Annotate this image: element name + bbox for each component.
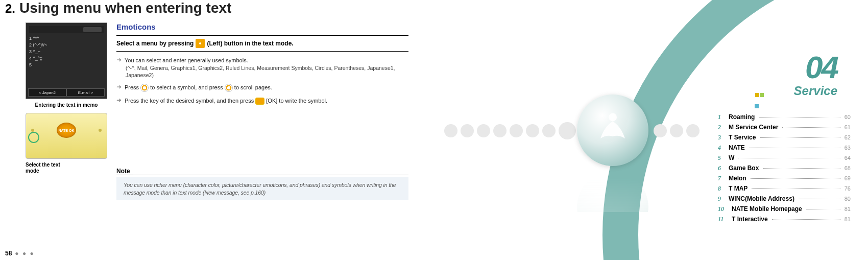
- chapter-medallion: [577, 94, 648, 166]
- bullet-item: ➜ You can select and enter generally use…: [116, 57, 408, 64]
- instruction-bar: Select a menu by pressing (Left) button …: [116, 35, 408, 52]
- toc-item[interactable]: 9 WINC(Mobile Address) 80: [718, 195, 851, 205]
- page-number: 58 ● ● ●: [5, 250, 35, 257]
- heading-number: 2.: [5, 2, 15, 16]
- accent-squares-icon: [755, 90, 764, 108]
- toc-item[interactable]: 7 Melon 69: [718, 175, 851, 185]
- page-dots-icon: ● ● ●: [15, 250, 34, 257]
- softkey-left: < Japan2: [28, 88, 66, 97]
- toc-item[interactable]: 4 NATE 63: [718, 144, 851, 154]
- right-page: 04 Service 1 Roaming 60 2 M Service Cent…: [434, 0, 868, 260]
- toc-item[interactable]: 5 W 64: [718, 154, 851, 164]
- nate-ok-button-icon: NATE OK: [57, 123, 76, 138]
- toc-item[interactable]: 1 Roaming 60: [718, 113, 851, 124]
- ok-key-icon: [255, 98, 264, 105]
- phone-screenshot: 1 ^*^ 2 (^-^)//~ 3 ^_~ 4 ^_^;; 5 < Japan…: [26, 22, 107, 99]
- note-block: Note You can use richer menu (character …: [116, 166, 408, 200]
- svg-point-0: [609, 113, 617, 121]
- dpad-icon: [140, 84, 149, 92]
- phone-emoticon-list: 1 ^*^ 2 (^-^)//~ 3 ^_~ 4 ^_^;; 5: [29, 35, 104, 68]
- keypad-caption: Select the text mode: [26, 162, 107, 174]
- bullet-arrow-icon: ➜: [116, 57, 122, 64]
- bullet-text: You can select and enter generally used …: [125, 57, 248, 64]
- toc-item[interactable]: 2 M Service Center 61: [718, 124, 851, 134]
- dpad-icon: [225, 84, 233, 92]
- bullet-text: Press the key of the desired symbol, and…: [125, 97, 327, 105]
- heading-text: Using menu when entering text: [19, 0, 231, 16]
- content-column: Emoticons Select a menu by pressing (Lef…: [116, 22, 424, 200]
- decorative-circles-right: [654, 124, 700, 137]
- toc-item[interactable]: 3 T Service 62: [718, 134, 851, 144]
- toc-item[interactable]: 11 T Interactive 81: [718, 216, 851, 226]
- left-page: 2. Using menu when entering text 1 ^*^ 2…: [0, 0, 434, 260]
- bullet-text: Press to select a symbol, and press to s…: [125, 84, 272, 92]
- note-label: Note: [116, 168, 133, 175]
- bullet-item: ➜ Press the key of the desired symbol, a…: [116, 97, 408, 105]
- phone-topbar: [29, 26, 104, 33]
- keypad-illustration: NATE OK: [26, 113, 107, 159]
- toc-item[interactable]: 10 NATE Mobile Homepage 81: [718, 205, 851, 216]
- bullet-subtext: (^-^, Mail, Genera, Graphics1, Graphics2…: [126, 64, 408, 79]
- thumbnail-column: 1 ^*^ 2 (^-^)//~ 3 ^_~ 4 ^_^;; 5 < Japan…: [0, 22, 107, 200]
- chapter-number: 04: [805, 49, 837, 85]
- decorative-circles-left: [444, 124, 576, 139]
- bullet-arrow-icon: ➜: [116, 97, 122, 105]
- medallion-reflection: [577, 171, 648, 212]
- softkey-right: E-mail >: [66, 88, 105, 97]
- left-body: 1 ^*^ 2 (^-^)//~ 3 ^_~ 4 ^_^;; 5 < Japan…: [0, 22, 424, 200]
- highlight-circle-icon: [28, 132, 39, 143]
- left-key-icon: [196, 39, 205, 48]
- toc-item[interactable]: 6 Game Box 68: [718, 164, 851, 175]
- phone-softkeys: < Japan2 E-mail >: [28, 88, 105, 97]
- bullet-item: ➜ Press to select a symbol, and press to…: [116, 84, 408, 92]
- note-body: You can use richer menu (character color…: [116, 177, 408, 200]
- table-of-contents: 1 Roaming 60 2 M Service Center 61 3 T S…: [718, 113, 851, 226]
- toc-item[interactable]: 8 T MAP 76: [718, 185, 851, 195]
- chapter-title: Service: [794, 84, 837, 98]
- section-title: Emoticons: [116, 22, 408, 31]
- bullet-arrow-icon: ➜: [116, 84, 122, 92]
- page-heading: 2. Using menu when entering text: [0, 0, 424, 16]
- phone-caption: Entering the text in memo: [26, 102, 107, 108]
- t-logo-icon: [592, 110, 633, 151]
- instruction-text-before: Select a menu by pressing: [116, 40, 194, 47]
- instruction-text-after: (Left) button in the text mode.: [207, 40, 293, 47]
